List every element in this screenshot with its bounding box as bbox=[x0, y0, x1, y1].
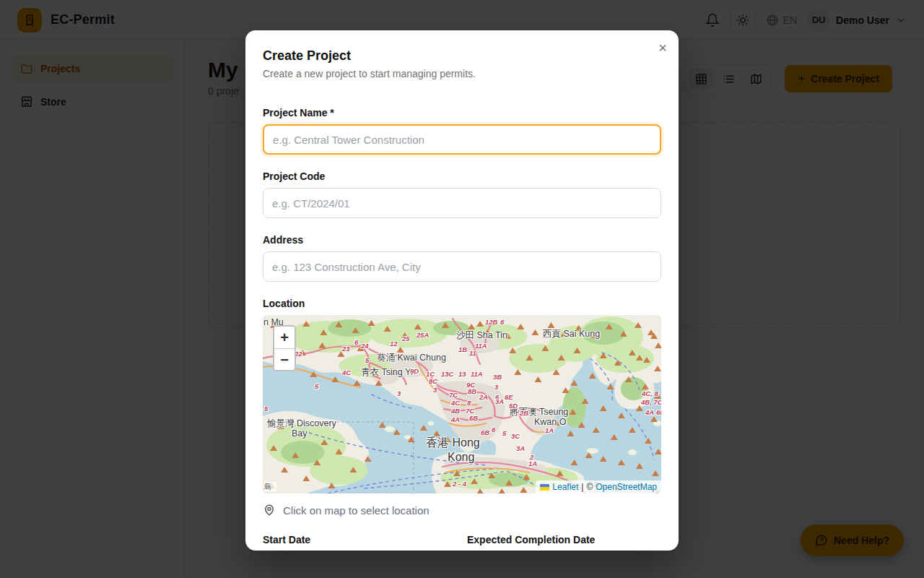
dialog-title: Create Project bbox=[263, 48, 661, 64]
map-pin-icon bbox=[263, 504, 276, 517]
address-input[interactable] bbox=[263, 251, 661, 282]
project-code-label: Project Code bbox=[263, 171, 661, 182]
project-code-input[interactable] bbox=[263, 188, 661, 218]
map-attribution: Leaflet | © OpenStreetMap bbox=[536, 480, 661, 493]
map-zoom-control: + − bbox=[273, 325, 296, 371]
close-icon[interactable]: × bbox=[658, 40, 667, 55]
start-date-label: Start Date bbox=[263, 534, 467, 545]
location-map[interactable]: n Mu沙田 Sha Tin西貢 Sai Kung葵涌 Kwai Chung青衣… bbox=[263, 315, 661, 493]
leaflet-link[interactable]: Leaflet bbox=[552, 482, 578, 492]
dialog-subtitle: Create a new project to start managing p… bbox=[263, 68, 661, 79]
create-project-dialog: × Create Project Create a new project to… bbox=[245, 30, 679, 551]
project-name-input[interactable] bbox=[263, 124, 661, 155]
map-hint-text: Click on map to select location bbox=[283, 504, 430, 517]
location-label: Location bbox=[263, 298, 661, 309]
address-label: Address bbox=[263, 234, 661, 246]
zoom-in-button[interactable]: + bbox=[274, 327, 295, 348]
map-corner-label: 島區 bbox=[264, 482, 276, 491]
openstreetmap-link[interactable]: OpenStreetMap bbox=[596, 482, 657, 492]
zoom-out-button[interactable]: − bbox=[274, 348, 295, 370]
project-name-label: Project Name * bbox=[263, 107, 661, 118]
map-canvas bbox=[263, 315, 661, 493]
ukraine-flag-icon bbox=[540, 484, 549, 491]
completion-date-label: Expected Completion Date bbox=[467, 534, 595, 545]
